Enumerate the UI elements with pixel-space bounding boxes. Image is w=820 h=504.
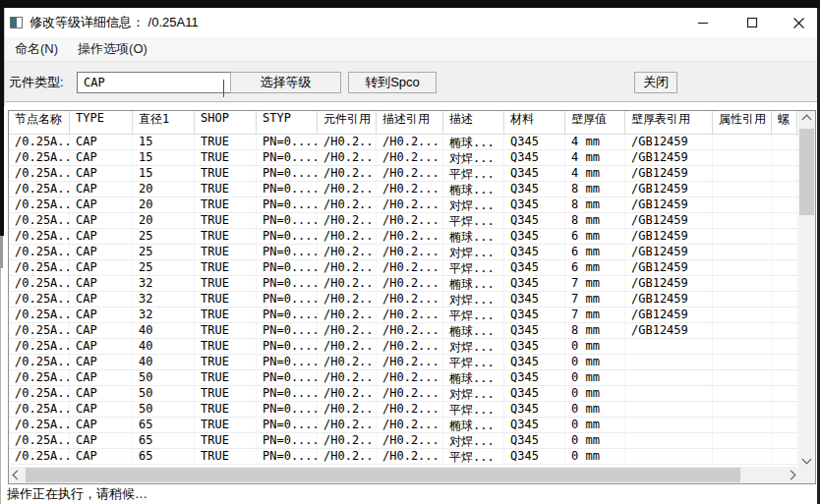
table-row[interactable]: /0.25A... CAP 32 TRUE PN=0.... /H0.2... …: [9, 292, 798, 308]
minimize-button[interactable]: [688, 8, 718, 37]
data-table: 节点名称 TYPE 直径1 SHOP STYP 元件引用 描述引用 描述 材料 …: [8, 110, 816, 484]
table-row[interactable]: /0.25A... CAP 50 TRUE PN=0.... /H0.2... …: [9, 370, 798, 386]
cell-description: 对焊...: [443, 433, 504, 448]
cell-attr-ref: [713, 370, 772, 385]
goto-spco-button[interactable]: 转到Spco: [348, 72, 437, 93]
cell-styp: PN=0....: [257, 197, 318, 212]
cell-wall-table-ref: /GB12459: [625, 245, 713, 259]
header-cell-desc-ref[interactable]: 描述引用: [377, 111, 443, 134]
header-cell-description[interactable]: 描述: [443, 111, 504, 134]
table-row[interactable]: /0.25A... CAP 65 TRUE PN=0.... /H0.2... …: [9, 449, 798, 465]
cell-bolt: [772, 339, 797, 354]
header-cell-wall-table-ref[interactable]: 壁厚表引用: [625, 111, 713, 134]
header-cell-node-name[interactable]: 节点名称: [9, 111, 70, 134]
table-row[interactable]: /0.25A... CAP 20 TRUE PN=0.... /H0.2... …: [9, 213, 798, 229]
cell-bolt: [772, 308, 797, 322]
cell-material: Q345: [504, 402, 565, 417]
table-row[interactable]: /0.25A... CAP 32 TRUE PN=0.... /H0.2... …: [9, 308, 798, 323]
cell-wall-thickness: 4 mm: [565, 135, 625, 149]
cell-styp: PN=0....: [257, 402, 318, 417]
table-row[interactable]: /0.25A... CAP 40 TRUE PN=0.... /H0.2... …: [9, 339, 798, 355]
horizontal-scroll-thumb[interactable]: [26, 468, 740, 482]
table-row[interactable]: /0.25A... CAP 15 TRUE PN=0.... /H0.2... …: [9, 150, 798, 166]
vertical-scroll-thumb[interactable]: [799, 129, 814, 215]
table-row[interactable]: /0.25A... CAP 15 TRUE PN=0.... /H0.2... …: [9, 166, 798, 182]
table-row[interactable]: /0.25A... CAP 25 TRUE PN=0.... /H0.2... …: [9, 229, 798, 245]
header-cell-material[interactable]: 材料: [504, 111, 565, 134]
table-row[interactable]: /0.25A... CAP 20 TRUE PN=0.... /H0.2... …: [9, 197, 798, 213]
select-level-button[interactable]: 选择等级: [230, 72, 341, 93]
table-row[interactable]: /0.25A... CAP 25 TRUE PN=0.... /H0.2... …: [9, 245, 798, 260]
table-row[interactable]: /0.25A... CAP 40 TRUE PN=0.... /H0.2... …: [9, 323, 798, 339]
cell-diameter: 32: [133, 292, 195, 307]
cell-bolt: [772, 229, 797, 244]
header-cell-type[interactable]: TYPE: [70, 111, 133, 134]
cell-bolt: [772, 260, 797, 275]
cell-attr-ref: [713, 323, 772, 338]
horizontal-scrollbar[interactable]: [9, 467, 798, 483]
table-row[interactable]: /0.25A... CAP 65 TRUE PN=0.... /H0.2... …: [9, 433, 798, 449]
table-row[interactable]: /0.25A... CAP 25 TRUE PN=0.... /H0.2... …: [9, 260, 798, 276]
cell-desc-ref: /H0.2...: [377, 135, 443, 149]
header-cell-attr-ref[interactable]: 属性引用: [713, 111, 772, 134]
cell-shop: TRUE: [195, 402, 257, 417]
table-row[interactable]: /0.25A... CAP 15 TRUE PN=0.... /H0.2... …: [9, 135, 798, 150]
cell-material: Q345: [504, 370, 565, 385]
cell-bolt: [772, 402, 797, 417]
cell-diameter: 65: [133, 433, 195, 448]
cell-wall-thickness: 7 mm: [565, 276, 625, 291]
table-row[interactable]: /0.25A... CAP 20 TRUE PN=0.... /H0.2... …: [9, 182, 798, 197]
header-cell-component-ref[interactable]: 元件引用: [318, 111, 377, 134]
table-row[interactable]: /0.25A... CAP 40 TRUE PN=0.... /H0.2... …: [9, 355, 798, 370]
scroll-left-button[interactable]: [9, 467, 25, 483]
scrollbar-corner: [798, 467, 815, 483]
header-cell-shop[interactable]: SHOP: [195, 111, 257, 134]
cell-attr-ref: [713, 339, 772, 354]
cell-attr-ref: [713, 150, 772, 165]
scroll-up-button[interactable]: [798, 111, 815, 127]
close-dialog-button[interactable]: 关闭: [634, 72, 677, 93]
vertical-scrollbar[interactable]: [798, 111, 815, 467]
cell-component-ref: /H0.2...: [318, 308, 377, 322]
cell-styp: PN=0....: [257, 135, 318, 149]
table-row[interactable]: /0.25A... CAP 65 TRUE PN=0.... /H0.2... …: [9, 418, 798, 433]
scroll-right-button[interactable]: [783, 467, 798, 483]
cell-node-name: /0.25A...: [9, 418, 70, 432]
header-cell-wall-thickness[interactable]: 壁厚值: [565, 111, 625, 134]
maximize-button[interactable]: [737, 8, 767, 37]
cell-attr-ref: [713, 355, 772, 369]
table-row[interactable]: /0.25A... CAP 50 TRUE PN=0.... /H0.2... …: [9, 386, 798, 402]
cell-description: 平焊...: [443, 166, 504, 181]
table-row[interactable]: /0.25A... CAP 32 TRUE PN=0.... /H0.2... …: [9, 276, 798, 292]
cell-material: Q345: [504, 135, 565, 149]
cell-wall-table-ref: /GB12459: [625, 135, 713, 149]
header-cell-diameter[interactable]: 直径1: [133, 111, 195, 134]
cell-material: Q345: [504, 276, 565, 291]
cell-type: CAP: [70, 355, 133, 369]
cell-node-name: /0.25A...: [9, 166, 70, 181]
cell-desc-ref: /H0.2...: [377, 402, 443, 417]
cell-bolt: [772, 276, 797, 291]
cell-bolt: [772, 150, 797, 165]
menu-item-options[interactable]: 操作选项(O): [68, 37, 157, 61]
cell-attr-ref: [713, 182, 772, 196]
cell-component-ref: /H0.2...: [318, 245, 377, 259]
cell-shop: TRUE: [195, 308, 257, 322]
cell-node-name: /0.25A...: [9, 260, 70, 275]
table-row[interactable]: /0.25A... CAP 50 TRUE PN=0.... /H0.2... …: [9, 402, 798, 418]
cell-shop: TRUE: [195, 229, 257, 244]
header-cell-styp[interactable]: STYP: [257, 111, 318, 134]
cell-shop: TRUE: [195, 386, 257, 401]
cell-wall-table-ref: [625, 339, 713, 354]
cell-description: 椭球...: [443, 418, 504, 432]
app-icon: [10, 17, 23, 28]
toolbar: 元件类型: CAP 选择等级 转到Spco 关闭: [5, 61, 817, 102]
cell-component-ref: /H0.2...: [318, 418, 377, 432]
close-button[interactable]: [784, 8, 813, 37]
component-type-combobox[interactable]: CAP: [77, 72, 231, 93]
menu-item-naming[interactable]: 命名(N): [5, 37, 68, 61]
cell-diameter: 25: [133, 229, 195, 244]
header-cell-bolt[interactable]: 螺: [772, 111, 797, 134]
cell-node-name: /0.25A...: [9, 182, 70, 196]
scroll-down-button[interactable]: [798, 451, 815, 467]
